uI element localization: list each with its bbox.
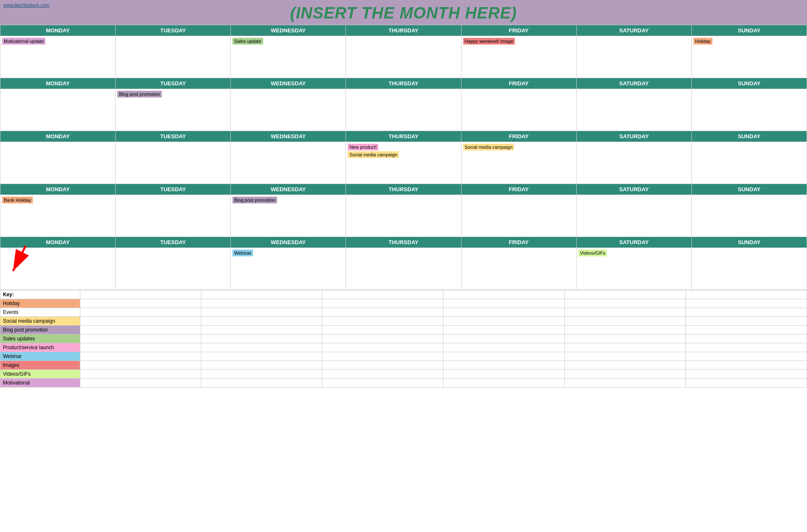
cell-w1-thu (346, 36, 461, 78)
key-videos-cell: Videos/GIFs (0, 370, 80, 379)
key-sales-cell: Sales updates (0, 334, 80, 343)
website-link[interactable]: www.lilachbullock.com (3, 3, 49, 8)
cell-w5-sat: Videos/GIFs (576, 248, 691, 290)
key-images-row: Images (0, 361, 807, 370)
day-sun-2: SUNDAY (691, 78, 807, 89)
cell-w1-sun: Holiday (691, 36, 807, 78)
event-motivational: Motivational update (2, 38, 45, 45)
red-arrow-icon (0, 244, 51, 277)
day-thu-1: THURSDAY (346, 25, 461, 36)
week-4-header: MONDAY TUESDAY WEDNESDAY THURSDAY FRIDAY… (0, 184, 807, 195)
svg-line-1 (13, 246, 26, 271)
cell-w1-sat (576, 36, 691, 78)
event-new-product: New product! (348, 144, 378, 150)
key-table: Key: Holiday Events Social media campaig… (0, 290, 807, 387)
day-mon-4: MONDAY (0, 184, 116, 195)
cell-w4-mon: Bank Holiday (0, 195, 116, 237)
key-events-cell: Events (0, 308, 80, 317)
cell-w4-tue (116, 195, 231, 237)
day-tue-3: TUESDAY (116, 131, 231, 142)
week-2-row: Blog post promotion (0, 89, 807, 131)
key-images-cell: Images (0, 361, 80, 370)
event-blog-w4: Blog post promotion (232, 197, 277, 203)
calendar-table: MONDAY TUESDAY WEDNESDAY THURSDAY FRIDAY… (0, 25, 807, 290)
cell-w5-mon (0, 248, 116, 290)
key-blog-cell: Blog post promotion (0, 326, 80, 334)
day-fri-5: FRIDAY (461, 237, 576, 248)
day-thu-4: THURSDAY (346, 184, 461, 195)
day-sun-5: SUNDAY (691, 237, 807, 248)
key-empty-5 (564, 290, 686, 299)
event-bank-holiday: Bank Holiday (2, 197, 33, 203)
cell-w3-wed (231, 142, 346, 184)
cell-w1-wed: Sales update (231, 36, 346, 78)
day-sat-1: SATURDAY (576, 25, 691, 36)
key-empty-6 (686, 290, 807, 299)
cell-w2-mon (0, 89, 116, 131)
cell-w5-fri (461, 248, 576, 290)
cell-w3-fri: Social media campaign (461, 142, 576, 184)
key-events-row: Events (0, 308, 807, 317)
cell-w3-tue (116, 142, 231, 184)
day-wed-4: WEDNESDAY (231, 184, 346, 195)
header: www.lilachbullock.com (INSERT THE MONTH … (0, 0, 807, 25)
event-happy-weekend: Happy weekend! Image (463, 38, 515, 45)
day-fri-1: FRIDAY (461, 25, 576, 36)
cell-w1-fri: Happy weekend! Image (461, 36, 576, 78)
day-mon-3: MONDAY (0, 131, 116, 142)
key-videos-row: Videos/GIFs (0, 370, 807, 379)
event-sales: Sales update (232, 38, 263, 45)
cell-w5-sun (691, 248, 807, 290)
day-fri-2: FRIDAY (461, 78, 576, 89)
cell-w2-wed (231, 89, 346, 131)
week-2-header: MONDAY TUESDAY WEDNESDAY THURSDAY FRIDAY… (0, 78, 807, 89)
day-sat-3: SATURDAY (576, 131, 691, 142)
cell-w5-wed: Webinar (231, 248, 346, 290)
week-3-header: MONDAY TUESDAY WEDNESDAY THURSDAY FRIDAY… (0, 131, 807, 142)
day-sun-1: SUNDAY (691, 25, 807, 36)
key-empty-4 (443, 290, 564, 299)
day-tue-5: TUESDAY (116, 237, 231, 248)
cell-w5-tue (116, 248, 231, 290)
cell-w3-sun (691, 142, 807, 184)
key-product-cell: Product/service launch (0, 343, 80, 352)
key-sales-row: Sales updates (0, 334, 807, 343)
cell-w2-sun (691, 89, 807, 131)
day-tue-2: TUESDAY (116, 78, 231, 89)
week-4-row: Bank Holiday Blog post promotion (0, 195, 807, 237)
cell-w2-sat (576, 89, 691, 131)
cell-w4-sat (576, 195, 691, 237)
day-wed-2: WEDNESDAY (231, 78, 346, 89)
key-motivational-row: Motivational (0, 379, 807, 387)
week-1-row: Motivational update Sales update Happy w… (0, 36, 807, 78)
cell-w4-wed: Blog post promotion (231, 195, 346, 237)
day-wed-1: WEDNESDAY (231, 25, 346, 36)
cell-w4-fri (461, 195, 576, 237)
key-social-row: Social media campaign (0, 317, 807, 326)
key-social-cell: Social media campaign (0, 317, 80, 326)
week-5-row: Webinar Videos/GIFs (0, 248, 807, 290)
event-webinar: Webinar (232, 250, 253, 256)
cell-w5-thu (346, 248, 461, 290)
key-webinar-row: Webinar (0, 352, 807, 361)
day-sun-3: SUNDAY (691, 131, 807, 142)
cell-w4-sun (691, 195, 807, 237)
event-blog-w2: Blog post promotion (117, 91, 162, 97)
week-1-header: MONDAY TUESDAY WEDNESDAY THURSDAY FRIDAY… (0, 25, 807, 36)
day-thu-2: THURSDAY (346, 78, 461, 89)
day-fri-3: FRIDAY (461, 131, 576, 142)
key-header-row: Key: (0, 290, 807, 299)
cell-w3-sat (576, 142, 691, 184)
key-label: Key: (0, 290, 80, 299)
cell-w2-tue: Blog post promotion (116, 89, 231, 131)
day-sun-4: SUNDAY (691, 184, 807, 195)
event-holiday-w1: Holiday (694, 38, 712, 45)
event-social-w3-thu: Social media campaign (348, 151, 399, 158)
event-social-w3-fri: Social media campaign (463, 144, 514, 150)
event-videos: Videos/GIFs (578, 250, 607, 256)
key-empty-3 (322, 290, 443, 299)
cell-w1-tue (116, 36, 231, 78)
week-3-row: New product! Social media campaign Socia… (0, 142, 807, 184)
day-mon-1: MONDAY (0, 25, 116, 36)
day-mon-2: MONDAY (0, 78, 116, 89)
